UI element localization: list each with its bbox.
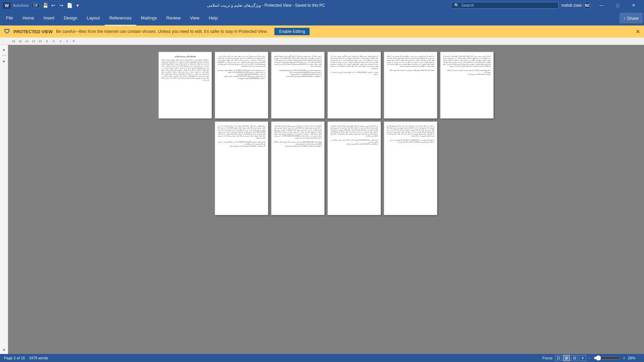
user-name: mahdi ziaei: [561, 3, 582, 8]
web-layout-icon[interactable]: ⊞: [563, 355, 570, 361]
page-7[interactable]: مرحوم مطهری درمورد مالک دو نگاه اساسی وج…: [215, 121, 268, 215]
page-2-content: و یله و رهانه کار صورن خوف آمد و ترس و ر…: [218, 55, 265, 79]
ruler-mark-2: 2: [64, 40, 70, 43]
page-4[interactable]: کار مطرح مقایسه و برخی مطالعه کننده شریع…: [327, 52, 381, 119]
main-area: ▲ ▼ ⊕ رفتارهای تأدیب و تربیت اسلامی در گ…: [0, 45, 644, 354]
title-bar-left: W AutoSave Off 💾 ↩ ↪ 📄 ▾: [3, 2, 81, 9]
page-1-content: در گفتگو از رفتارهای تأدیبی در اسلام، لا…: [161, 59, 209, 81]
tab-mailings[interactable]: Mailings: [136, 11, 162, 25]
outline-icon[interactable]: ≡: [579, 355, 586, 361]
tab-insert[interactable]: Insert: [39, 11, 59, 25]
zoom-slider[interactable]: [594, 355, 621, 361]
print-layout-icon[interactable]: ⊡: [555, 355, 562, 361]
enable-editing-button[interactable]: Enable Editing: [274, 28, 310, 35]
protected-view-bar: 🛡 PROTECTED VIEW Be careful—files from t…: [0, 25, 644, 38]
tab-view[interactable]: View: [185, 11, 204, 25]
sidebar-arrow-down[interactable]: ▼: [1, 58, 7, 64]
page-3[interactable]: از سوی دیگر اثبات ریشه مستوره و تشریح آن…: [271, 52, 325, 119]
ruler-mark-4: 4: [57, 40, 64, 43]
protected-message: Be careful—files from the Internet can c…: [56, 29, 268, 34]
status-left: Page 2 of 10 3479 words: [4, 356, 48, 360]
page-7-content: مرحوم مطهری درمورد مالک دو نگاه اساسی وج…: [218, 125, 265, 147]
autosave-toggle[interactable]: Off: [31, 3, 40, 8]
sidebar-arrow-up[interactable]: ▲: [1, 46, 7, 52]
ruler-mark-end: ✕: [70, 40, 77, 43]
search-icon: 🔍: [454, 3, 459, 8]
restore-button[interactable]: ⎕: [610, 0, 625, 11]
document-title: ویژگی‌های تعلیم و تربیت اسلامی - Protect…: [207, 3, 325, 8]
close-protected-bar-icon[interactable]: ✕: [636, 28, 640, 35]
zoom-out-icon[interactable]: −: [589, 356, 591, 360]
sidebar-divider: [2, 55, 6, 56]
ruler-mark-18: 18: [10, 40, 17, 43]
page-8-content: سازوکاری است که باید روی آن از برابر 80 …: [274, 125, 322, 147]
page-9[interactable]: مرد مالک عامش می‌برد وی، چون که مرحوم مط…: [327, 121, 381, 215]
title-bar-right: 🔍 mahdi ziaei MZ — ⎕ ✕: [451, 0, 641, 11]
page-5-content: دارد تصویر دگر برخی آموزشی در این نسخه د…: [387, 55, 434, 71]
ruler-marks: 18 16 14 12 10 8 6 4 2 ✕: [10, 40, 77, 43]
window-controls: — ⎕ ✕: [594, 0, 641, 11]
page-6[interactable]: 9 اصل از روایت و مبنی و مدنی اصل با ظاهر…: [440, 52, 494, 119]
new-doc-icon[interactable]: 📄: [66, 2, 73, 9]
word-count: 3479 words: [29, 356, 48, 360]
share-button[interactable]: ↑ Share: [620, 13, 643, 23]
sidebar-bottom: ⊕: [1, 347, 7, 353]
view-icons: ⊡ ⊞ ⊟ ≡: [555, 355, 586, 361]
tab-design[interactable]: Design: [59, 11, 82, 25]
zoom-in-icon[interactable]: +: [623, 356, 625, 360]
ruler-mark-14: 14: [23, 40, 30, 43]
more-icon[interactable]: ▾: [74, 2, 81, 9]
page-9-content: مرد مالک عامش می‌برد وی، چون که مرحوم مط…: [330, 125, 378, 145]
page-10-content: به همین سبب مالک سنجش حال و بهتر شناخت م…: [387, 125, 434, 143]
save-icon[interactable]: 💾: [42, 2, 49, 9]
shield-icon: 🛡: [4, 28, 10, 35]
sidebar-zoom-btn[interactable]: ⊕: [1, 347, 7, 353]
close-button[interactable]: ✕: [626, 0, 641, 11]
tab-layout[interactable]: Layout: [82, 11, 105, 25]
read-mode-icon[interactable]: ⊟: [571, 355, 578, 361]
status-bar: Page 2 of 10 3479 words Focus ⊡ ⊞ ⊟ ≡ − …: [0, 354, 644, 362]
app-logo: W: [3, 2, 11, 9]
ruler: 18 16 14 12 10 8 6 4 2 ✕: [0, 38, 644, 45]
ruler-mark-6: 6: [50, 40, 57, 43]
user-avatar[interactable]: MZ: [584, 2, 591, 9]
focus-label[interactable]: Focus: [542, 356, 552, 360]
page-5[interactable]: دارد تصویر دگر برخی آموزشی در این نسخه د…: [384, 52, 437, 119]
user-info: mahdi ziaei MZ: [561, 2, 591, 9]
page-4-content: کار مطرح مقایسه و برخی مطالعه کننده شریع…: [330, 55, 378, 75]
page-3-content: از سوی دیگر اثبات ریشه مستوره و تشریح آن…: [274, 55, 322, 77]
search-bar[interactable]: 🔍: [451, 2, 558, 9]
document-area: رفتارهای تأدیب و تربیت اسلامی در گفتگو ا…: [8, 45, 644, 354]
status-right: Focus ⊡ ⊞ ⊟ ≡ − + 28%: [542, 355, 640, 361]
page-10[interactable]: به همین سبب مالک سنجش حال و بهتر شناخت م…: [384, 121, 437, 215]
quick-access-toolbar: 💾 ↩ ↪ 📄 ▾: [42, 2, 81, 9]
ruler-mark-12: 12: [30, 40, 37, 43]
ruler-mark-16: 16: [17, 40, 23, 43]
autosave-label: AutoSave: [13, 3, 29, 7]
left-sidebar: ▲ ▼ ⊕: [0, 45, 8, 354]
redo-icon[interactable]: ↪: [58, 2, 65, 9]
ruler-mark-10: 10: [37, 40, 44, 43]
title-bar-center: ویژگی‌های تعلیم و تربیت اسلامی - Protect…: [81, 3, 451, 8]
title-bar: W AutoSave Off 💾 ↩ ↪ 📄 ▾ ویژگی‌های تعلیم…: [0, 0, 644, 11]
page-1[interactable]: رفتارهای تأدیب و تربیت اسلامی در گفتگو ا…: [158, 52, 212, 119]
tab-references[interactable]: References: [105, 11, 136, 25]
tab-review[interactable]: Review: [162, 11, 185, 25]
undo-icon[interactable]: ↩: [50, 2, 57, 9]
page-2[interactable]: و یله و رهانه کار صورن خوف آمد و ترس و ر…: [215, 52, 268, 119]
page-1-title: رفتارهای تأدیب و تربیت اسلامی: [161, 55, 209, 58]
minimize-button[interactable]: —: [594, 0, 609, 11]
tab-file[interactable]: File: [1, 11, 18, 25]
page-info: Page 2 of 10: [4, 356, 25, 360]
zoom-level[interactable]: 28%: [628, 356, 640, 360]
ribbon: File Home Insert Design Layout Reference…: [0, 11, 644, 25]
search-input[interactable]: [461, 3, 548, 8]
page-6-content: 9 اصل از روایت و مبنی و مدنی اصل با ظاهر…: [443, 55, 491, 75]
ruler-mark-8: 8: [44, 40, 50, 43]
page-8[interactable]: سازوکاری است که باید روی آن از برابر 80 …: [271, 121, 325, 215]
tab-home[interactable]: Home: [18, 11, 39, 25]
protected-label: PROTECTED VIEW: [13, 29, 53, 34]
pages-row-1: رفتارهای تأدیب و تربیت اسلامی در گفتگو ا…: [158, 52, 494, 119]
pages-row-2: مرحوم مطهری درمورد مالک دو نگاه اساسی وج…: [215, 121, 437, 215]
tab-help[interactable]: Help: [204, 11, 222, 25]
